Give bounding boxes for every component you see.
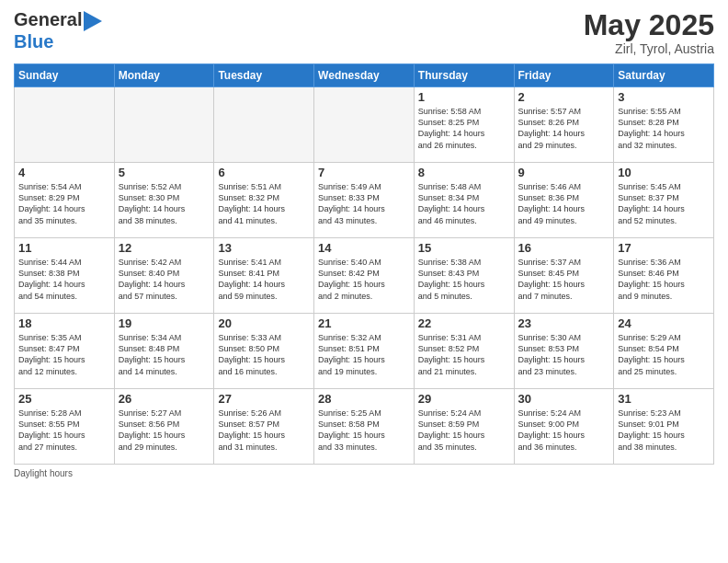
info-25: Sunrise: 5:28 AM Sunset: 8:55 PM Dayligh…: [18, 408, 110, 453]
svg-marker-0: [84, 11, 102, 31]
cell-2-0: 11Sunrise: 5:44 AM Sunset: 8:38 PM Dayli…: [15, 238, 115, 314]
info-30: Sunrise: 5:24 AM Sunset: 9:00 PM Dayligh…: [518, 408, 610, 453]
date-18: 18: [18, 316, 110, 330]
cell-4-0: 25Sunrise: 5:28 AM Sunset: 8:55 PM Dayli…: [15, 389, 115, 465]
info-12: Sunrise: 5:42 AM Sunset: 8:40 PM Dayligh…: [119, 257, 210, 302]
cell-0-6: 3Sunrise: 5:55 AM Sunset: 8:28 PM Daylig…: [614, 87, 714, 163]
cell-4-2: 27Sunrise: 5:26 AM Sunset: 8:57 PM Dayli…: [214, 389, 314, 465]
cell-1-2: 6Sunrise: 5:51 AM Sunset: 8:32 PM Daylig…: [214, 163, 314, 238]
info-14: Sunrise: 5:40 AM Sunset: 8:42 PM Dayligh…: [318, 257, 410, 302]
cell-3-2: 20Sunrise: 5:33 AM Sunset: 8:50 PM Dayli…: [214, 314, 314, 389]
logo-blue: Blue: [14, 31, 53, 52]
info-6: Sunrise: 5:51 AM Sunset: 8:32 PM Dayligh…: [218, 181, 310, 226]
cell-4-3: 28Sunrise: 5:25 AM Sunset: 8:58 PM Dayli…: [314, 389, 415, 465]
info-9: Sunrise: 5:46 AM Sunset: 8:36 PM Dayligh…: [518, 181, 610, 226]
cell-3-5: 23Sunrise: 5:30 AM Sunset: 8:53 PM Dayli…: [514, 314, 614, 389]
cell-3-6: 24Sunrise: 5:29 AM Sunset: 8:54 PM Dayli…: [614, 314, 714, 389]
info-23: Sunrise: 5:30 AM Sunset: 8:53 PM Dayligh…: [518, 332, 610, 377]
cell-0-0: [15, 87, 115, 163]
cell-2-3: 14Sunrise: 5:40 AM Sunset: 8:42 PM Dayli…: [314, 238, 415, 314]
calendar: SundayMondayTuesdayWednesdayThursdayFrid…: [14, 63, 714, 465]
date-16: 16: [518, 241, 610, 255]
page: GeneralBlue May 2025 Zirl, Tyrol, Austri…: [0, 0, 728, 563]
date-10: 10: [618, 166, 710, 179]
date-15: 15: [418, 241, 510, 255]
date-24: 24: [618, 316, 710, 330]
cell-1-1: 5Sunrise: 5:52 AM Sunset: 8:30 PM Daylig…: [114, 163, 214, 238]
date-26: 26: [119, 392, 210, 406]
date-11: 11: [18, 241, 110, 255]
date-13: 13: [218, 241, 310, 255]
date-12: 12: [119, 241, 210, 255]
date-8: 8: [418, 166, 510, 179]
info-18: Sunrise: 5:35 AM Sunset: 8:47 PM Dayligh…: [18, 332, 110, 377]
cell-1-0: 4Sunrise: 5:54 AM Sunset: 8:29 PM Daylig…: [15, 163, 115, 238]
info-26: Sunrise: 5:27 AM Sunset: 8:56 PM Dayligh…: [119, 408, 210, 453]
header-friday: Friday: [514, 64, 614, 87]
cell-3-4: 22Sunrise: 5:31 AM Sunset: 8:52 PM Dayli…: [414, 314, 514, 389]
week-row-4: 18Sunrise: 5:35 AM Sunset: 8:47 PM Dayli…: [15, 314, 714, 389]
week-row-1: 1Sunrise: 5:58 AM Sunset: 8:25 PM Daylig…: [15, 87, 714, 163]
week-row-3: 11Sunrise: 5:44 AM Sunset: 8:38 PM Dayli…: [15, 238, 714, 314]
info-5: Sunrise: 5:52 AM Sunset: 8:30 PM Dayligh…: [119, 181, 210, 226]
header-saturday: Saturday: [614, 64, 714, 87]
info-4: Sunrise: 5:54 AM Sunset: 8:29 PM Dayligh…: [18, 181, 110, 226]
cell-1-4: 8Sunrise: 5:48 AM Sunset: 8:34 PM Daylig…: [414, 163, 514, 238]
cell-3-0: 18Sunrise: 5:35 AM Sunset: 8:47 PM Dayli…: [15, 314, 115, 389]
info-28: Sunrise: 5:25 AM Sunset: 8:58 PM Dayligh…: [318, 408, 410, 453]
calendar-header-row: SundayMondayTuesdayWednesdayThursdayFrid…: [15, 64, 714, 87]
info-11: Sunrise: 5:44 AM Sunset: 8:38 PM Dayligh…: [18, 257, 110, 302]
cell-4-6: 31Sunrise: 5:23 AM Sunset: 9:01 PM Dayli…: [614, 389, 714, 465]
date-17: 17: [618, 241, 710, 255]
cell-2-6: 17Sunrise: 5:36 AM Sunset: 8:46 PM Dayli…: [614, 238, 714, 314]
info-16: Sunrise: 5:37 AM Sunset: 8:45 PM Dayligh…: [518, 257, 610, 302]
header: GeneralBlue May 2025 Zirl, Tyrol, Austri…: [14, 9, 714, 56]
cell-0-2: [214, 87, 314, 163]
date-21: 21: [318, 316, 410, 330]
info-13: Sunrise: 5:41 AM Sunset: 8:41 PM Dayligh…: [218, 257, 310, 302]
location: Zirl, Tyrol, Austria: [584, 41, 714, 56]
logo: GeneralBlue: [14, 9, 102, 52]
date-27: 27: [218, 392, 310, 406]
cell-2-5: 16Sunrise: 5:37 AM Sunset: 8:45 PM Dayli…: [514, 238, 614, 314]
footer-text: Daylight hours: [14, 468, 73, 478]
date-6: 6: [218, 166, 310, 179]
date-19: 19: [119, 316, 210, 330]
week-row-5: 25Sunrise: 5:28 AM Sunset: 8:55 PM Dayli…: [15, 389, 714, 465]
header-thursday: Thursday: [414, 64, 514, 87]
week-row-2: 4Sunrise: 5:54 AM Sunset: 8:29 PM Daylig…: [15, 163, 714, 238]
logo-general: General: [14, 9, 82, 29]
date-29: 29: [418, 392, 510, 406]
header-wednesday: Wednesday: [314, 64, 415, 87]
cell-1-5: 9Sunrise: 5:46 AM Sunset: 8:36 PM Daylig…: [514, 163, 614, 238]
header-sunday: Sunday: [15, 64, 115, 87]
date-4: 4: [18, 166, 110, 179]
date-30: 30: [518, 392, 610, 406]
logo-text: GeneralBlue: [14, 9, 102, 52]
info-10: Sunrise: 5:45 AM Sunset: 8:37 PM Dayligh…: [618, 181, 710, 226]
date-28: 28: [318, 392, 410, 406]
info-27: Sunrise: 5:26 AM Sunset: 8:57 PM Dayligh…: [218, 408, 310, 453]
date-9: 9: [518, 166, 610, 179]
info-19: Sunrise: 5:34 AM Sunset: 8:48 PM Dayligh…: [119, 332, 210, 377]
date-1: 1: [418, 90, 510, 104]
info-17: Sunrise: 5:36 AM Sunset: 8:46 PM Dayligh…: [618, 257, 710, 302]
cell-2-4: 15Sunrise: 5:38 AM Sunset: 8:43 PM Dayli…: [414, 238, 514, 314]
date-20: 20: [218, 316, 310, 330]
cell-0-1: [114, 87, 214, 163]
cell-0-4: 1Sunrise: 5:58 AM Sunset: 8:25 PM Daylig…: [414, 87, 514, 163]
info-29: Sunrise: 5:24 AM Sunset: 8:59 PM Dayligh…: [418, 408, 510, 453]
date-5: 5: [119, 166, 210, 179]
date-31: 31: [618, 392, 710, 406]
header-tuesday: Tuesday: [214, 64, 314, 87]
info-24: Sunrise: 5:29 AM Sunset: 8:54 PM Dayligh…: [618, 332, 710, 377]
info-15: Sunrise: 5:38 AM Sunset: 8:43 PM Dayligh…: [418, 257, 510, 302]
cell-4-5: 30Sunrise: 5:24 AM Sunset: 9:00 PM Dayli…: [514, 389, 614, 465]
cell-1-3: 7Sunrise: 5:49 AM Sunset: 8:33 PM Daylig…: [314, 163, 415, 238]
cell-4-4: 29Sunrise: 5:24 AM Sunset: 8:59 PM Dayli…: [414, 389, 514, 465]
info-21: Sunrise: 5:32 AM Sunset: 8:51 PM Dayligh…: [318, 332, 410, 377]
date-22: 22: [418, 316, 510, 330]
cell-3-3: 21Sunrise: 5:32 AM Sunset: 8:51 PM Dayli…: [314, 314, 415, 389]
cell-1-6: 10Sunrise: 5:45 AM Sunset: 8:37 PM Dayli…: [614, 163, 714, 238]
date-3: 3: [618, 90, 710, 104]
